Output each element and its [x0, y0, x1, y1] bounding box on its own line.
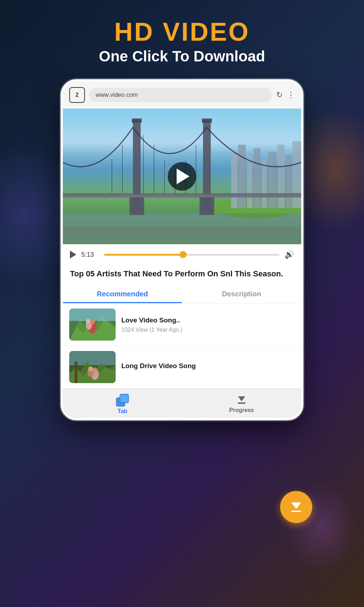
svg-rect-12 [292, 141, 301, 208]
video-area [63, 109, 301, 244]
progress-track[interactable] [104, 254, 279, 256]
thumbnail-1 [69, 308, 116, 341]
recommended-list: Love Video Song.. 1024 View (1 Year Ago.… [63, 304, 301, 388]
download-line-icon [291, 511, 301, 512]
svg-point-45 [88, 366, 93, 371]
bottom-nav: Tab Progress [63, 388, 301, 418]
svg-rect-26 [63, 195, 301, 197]
tabs-section: Recommended Description [63, 285, 301, 304]
main-title: HD VIDEO [99, 18, 265, 46]
progress-fill [104, 254, 183, 256]
tab-recommended[interactable]: Recommended [63, 285, 182, 303]
tab-underline [63, 302, 182, 303]
svg-rect-15 [132, 119, 142, 123]
item-title-2: Long Drive Video Song [121, 362, 295, 371]
item-meta-1: 1024 View (1 Year Ago.) [121, 327, 295, 333]
item-title-1: Love Video Song.. [121, 316, 295, 325]
progress-base-icon [238, 402, 246, 404]
svg-rect-41 [75, 362, 77, 383]
video-title: Top 05 Artists That Need To Perform On S… [70, 269, 294, 279]
progress-icon [236, 395, 247, 406]
tab-icon [116, 394, 129, 407]
header-section: HD VIDEO One Click To Download [99, 18, 265, 65]
nav-tab-label: Tab [117, 408, 127, 415]
svg-rect-7 [253, 149, 261, 208]
svg-rect-11 [286, 155, 292, 208]
browser-icons: ↻ ⋮ [276, 90, 295, 100]
svg-rect-6 [247, 155, 253, 208]
svg-rect-27 [130, 197, 144, 215]
svg-rect-5 [238, 145, 246, 208]
thumbnail-2 [69, 351, 116, 383]
sub-title: One Click To Download [99, 48, 265, 65]
progress-thumb[interactable] [180, 251, 187, 258]
tab-icon-front [120, 394, 129, 403]
download-arrow-icon [291, 502, 301, 509]
phone-mockup: 2 www.video.com ↻ ⋮ [61, 79, 303, 420]
volume-icon[interactable]: 🔊 [284, 250, 294, 259]
svg-point-44 [93, 367, 97, 372]
url-text: www.video.com [96, 91, 138, 99]
svg-point-35 [90, 320, 95, 325]
browser-chrome: 2 www.video.com ↻ ⋮ [63, 81, 301, 109]
time-display: 5:13 [81, 251, 99, 259]
download-fab[interactable] [280, 491, 312, 523]
nav-tab[interactable]: Tab [63, 389, 182, 418]
refresh-icon[interactable]: ↻ [276, 90, 283, 100]
svg-rect-10 [278, 145, 285, 208]
svg-rect-28 [199, 197, 214, 215]
tab-count-badge[interactable]: 2 [69, 87, 85, 103]
nav-progress-label: Progress [229, 407, 254, 413]
nav-progress[interactable]: Progress [182, 389, 301, 418]
play-small-icon[interactable] [70, 251, 76, 259]
play-triangle-icon [177, 169, 189, 184]
svg-rect-16 [202, 119, 212, 123]
list-item[interactable]: Long Drive Video Song [63, 346, 301, 388]
controls-bar: 5:13 🔊 [63, 244, 301, 265]
svg-point-36 [86, 319, 90, 323]
svg-rect-9 [268, 152, 277, 208]
progress-arrow-icon [238, 396, 245, 401]
svg-rect-32 [69, 308, 116, 321]
list-item[interactable]: Love Video Song.. 1024 View (1 Year Ago.… [63, 304, 301, 346]
play-button[interactable] [168, 162, 196, 191]
url-bar[interactable]: www.video.com [89, 88, 272, 102]
svg-rect-4 [231, 152, 238, 208]
more-icon[interactable]: ⋮ [287, 90, 295, 100]
item-info-1: Love Video Song.. 1024 View (1 Year Ago.… [121, 316, 295, 333]
tab-description[interactable]: Description [182, 285, 301, 303]
video-title-section: Top 05 Artists That Need To Perform On S… [63, 265, 301, 285]
item-info-2: Long Drive Video Song [121, 362, 295, 372]
